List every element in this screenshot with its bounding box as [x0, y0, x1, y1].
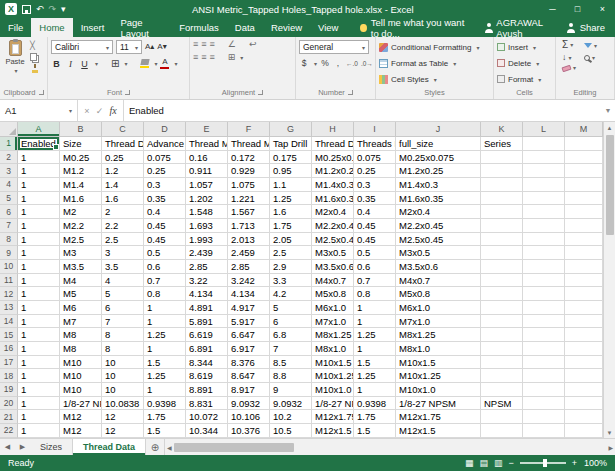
cell-D8[interactable]: 0.45 — [144, 233, 186, 247]
cell-G12[interactable]: 4.2 — [270, 287, 312, 301]
borders-icon[interactable]: ⊞ — [111, 59, 119, 69]
cell-M6[interactable] — [565, 205, 603, 219]
cell-G14[interactable]: 6 — [270, 315, 312, 329]
cell-A15[interactable]: 1 — [18, 328, 60, 342]
cell-J20[interactable]: 1/8-27 NPSM — [396, 397, 481, 411]
cell-E15[interactable]: 6.619 — [186, 328, 228, 342]
cell-A20[interactable]: 1 — [18, 397, 60, 411]
cell-M7[interactable] — [565, 219, 603, 233]
cell-E9[interactable]: 2.439 — [186, 246, 228, 260]
cell-C16[interactable]: 8 — [102, 342, 144, 356]
insert-function-icon[interactable]: fx — [110, 105, 117, 116]
font-name-combo[interactable]: Calibri▾ — [51, 40, 113, 54]
close-button[interactable]: × — [590, 0, 615, 18]
cell-K22[interactable] — [481, 424, 523, 438]
cell-J19[interactable]: M10x1.0 — [396, 383, 481, 397]
cell-B11[interactable]: M4 — [60, 274, 102, 288]
cell-A3[interactable]: 1 — [18, 164, 60, 178]
fill-color-button[interactable] — [140, 59, 149, 68]
column-header-B[interactable]: B — [60, 122, 102, 137]
confirm-entry-icon[interactable]: ✓ — [96, 106, 104, 116]
cell-M8[interactable] — [565, 233, 603, 247]
cell-I4[interactable]: 0.3 — [354, 178, 396, 192]
row-header-21[interactable]: 21 — [0, 410, 18, 424]
cell-M19[interactable] — [565, 383, 603, 397]
cell-J11[interactable]: M4x0.7 — [396, 274, 481, 288]
cell-F8[interactable]: 2.013 — [228, 233, 270, 247]
cell-G15[interactable]: 6.8 — [270, 328, 312, 342]
cell-J17[interactable]: M10x1.5 — [396, 356, 481, 370]
cell-I2[interactable]: 0.075 — [354, 151, 396, 165]
cell-A22[interactable]: 1 — [18, 424, 60, 438]
account-button[interactable]: AGRAWAL Ayush — [478, 18, 561, 37]
copy-icon[interactable] — [30, 53, 37, 61]
cell-D19[interactable]: 1 — [144, 383, 186, 397]
cell-styles-button[interactable]: Cell Styles▾ — [379, 72, 490, 86]
cell-A6[interactable]: 1 — [18, 205, 60, 219]
cell-M2[interactable] — [565, 151, 603, 165]
italic-button[interactable]: I — [65, 57, 76, 70]
cell-K4[interactable] — [481, 178, 523, 192]
cell-M4[interactable] — [565, 178, 603, 192]
cell-C2[interactable]: 0.25 — [102, 151, 144, 165]
cell-B19[interactable]: M10 — [60, 383, 102, 397]
cell-B14[interactable]: M7 — [60, 315, 102, 329]
cell-L5[interactable] — [523, 192, 565, 206]
fill-button[interactable]: ↓▾ — [562, 53, 576, 62]
cell-E17[interactable]: 8.344 — [186, 356, 228, 370]
new-sheet-icon[interactable]: ⊕ — [146, 439, 164, 455]
accounting-dropdown-icon[interactable]: ▾ — [314, 60, 317, 67]
cell-I19[interactable]: 1 — [354, 383, 396, 397]
find-select-button[interactable]: ▾ — [584, 55, 597, 61]
tab-review[interactable]: Review — [263, 18, 310, 37]
cell-F10[interactable]: 2.85 — [228, 260, 270, 274]
cell-M10[interactable] — [565, 260, 603, 274]
row-header-5[interactable]: 5 — [0, 192, 18, 206]
cell-G20[interactable]: 9.0932 — [270, 397, 312, 411]
cell-H14[interactable]: M7x1.0 — [312, 315, 354, 329]
cell-M20[interactable] — [565, 397, 603, 411]
cell-D1[interactable]: Advance — [144, 137, 186, 151]
merge-dropdown-icon[interactable]: ▾ — [240, 54, 243, 61]
cell-M13[interactable] — [565, 301, 603, 315]
cell-B8[interactable]: M2.5 — [60, 233, 102, 247]
cell-B16[interactable]: M8 — [60, 342, 102, 356]
cell-F9[interactable]: 2.459 — [228, 246, 270, 260]
cell-B20[interactable]: 1/8-27 NPSM — [60, 397, 102, 411]
cell-I6[interactable]: 0.4 — [354, 205, 396, 219]
cell-H17[interactable]: M10x1.5 — [312, 356, 354, 370]
cell-L8[interactable] — [523, 233, 565, 247]
cell-K12[interactable] — [481, 287, 523, 301]
shrink-font-icon[interactable]: A▾ — [157, 43, 166, 51]
align-center-icon[interactable]: ≡ — [201, 53, 206, 62]
cell-E16[interactable]: 6.891 — [186, 342, 228, 356]
column-header-H[interactable]: H — [312, 122, 354, 137]
column-header-M[interactable]: M — [565, 122, 603, 137]
decrease-decimal-icon[interactable]: .0→ — [361, 60, 373, 67]
column-header-E[interactable]: E — [186, 122, 228, 137]
formula-input[interactable]: Enabled — [124, 100, 601, 121]
normal-view-icon[interactable]: ▦ — [465, 459, 474, 468]
cell-F17[interactable]: 8.376 — [228, 356, 270, 370]
cell-K7[interactable] — [481, 219, 523, 233]
cell-J2[interactable]: M0.25x0.075 — [396, 151, 481, 165]
cell-I7[interactable]: 0.45 — [354, 219, 396, 233]
cell-I3[interactable]: 0.25 — [354, 164, 396, 178]
horizontal-scroll-thumb[interactable] — [174, 443, 294, 452]
cell-G8[interactable]: 2.05 — [270, 233, 312, 247]
cell-H19[interactable]: M10x1.0 — [312, 383, 354, 397]
cell-H11[interactable]: M4x0.7 — [312, 274, 354, 288]
cell-D7[interactable]: 0.45 — [144, 219, 186, 233]
cell-G2[interactable]: 0.175 — [270, 151, 312, 165]
cell-C18[interactable]: 10 — [102, 369, 144, 383]
cell-L11[interactable] — [523, 274, 565, 288]
column-header-I[interactable]: I — [354, 122, 396, 137]
format-cells-button[interactable]: Format▾ — [497, 72, 552, 86]
cell-G11[interactable]: 3.3 — [270, 274, 312, 288]
cell-J6[interactable]: M2x0.4 — [396, 205, 481, 219]
cell-I5[interactable]: 0.35 — [354, 192, 396, 206]
cell-H5[interactable]: M1.6x0.35 — [312, 192, 354, 206]
cell-C8[interactable]: 2.5 — [102, 233, 144, 247]
cell-B13[interactable]: M6 — [60, 301, 102, 315]
conditional-formatting-button[interactable]: Conditional Formatting▾ — [379, 40, 490, 54]
